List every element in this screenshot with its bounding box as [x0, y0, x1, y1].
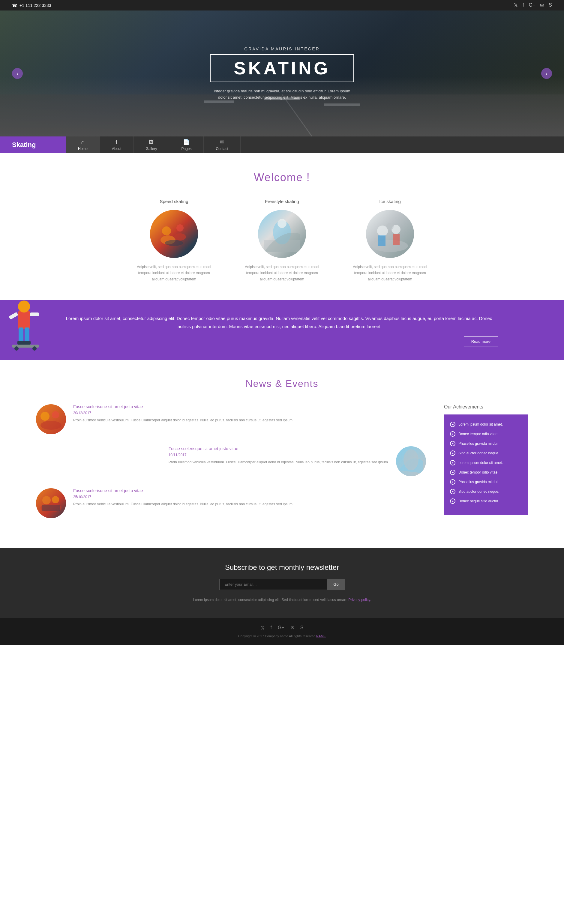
welcome-card-ice: Ice skating Adipisc velit, sed qua non n…: [348, 199, 432, 282]
svg-point-42: [52, 496, 59, 503]
hero-title-box: SKATING: [210, 54, 354, 82]
email-icon[interactable]: ✉: [540, 2, 544, 8]
skater-figure: [0, 300, 51, 360]
svg-rect-20: [378, 236, 386, 246]
achievement-item-4: ✦ Sitid auctor donec neque.: [450, 450, 522, 456]
footer-facebook-icon[interactable]: f: [271, 625, 272, 631]
svg-rect-0: [0, 94, 564, 136]
promo-text-block: Lorem ipsum dolor sit amet, consectetur …: [60, 314, 498, 346]
phone-info: ☎ +1 111 222 3333: [12, 3, 51, 8]
nav-item-about[interactable]: ℹ About: [100, 136, 134, 153]
achievement-icon-7: ✦: [450, 479, 455, 484]
subscribe-button[interactable]: Go: [327, 579, 344, 590]
news-content-2: Fusce scelerisque sit amet justo vitae 1…: [169, 446, 389, 465]
news-text-1: Proin euismod vehicula vestibulum. Fusce…: [73, 417, 293, 423]
nav-item-pages[interactable]: 📄 Pages: [169, 136, 204, 153]
news-content-3: Fusce scelerisque sit amet justo vitae 2…: [73, 488, 293, 507]
svg-point-17: [377, 225, 388, 236]
nav-item-gallery[interactable]: 🖼 Gallery: [134, 136, 169, 153]
ice-card-title: Ice skating: [379, 199, 401, 204]
achievement-icon-2: ✦: [450, 431, 455, 436]
footer-company-link[interactable]: NAME: [316, 634, 326, 638]
svg-point-38: [404, 449, 418, 470]
news-img-svg-2: [396, 446, 426, 476]
achievement-text-2: Donec tempor odio vitae.: [458, 432, 498, 436]
svg-point-7: [174, 233, 186, 240]
achievement-text-1: Lorem ipsum dolor sit amet.: [458, 422, 503, 426]
subscribe-description: Lorem ipsum dolor sit amet, consectetur …: [12, 597, 552, 603]
achievements-box: ✦ Lorem ipsum dolor sit amet. ✦ Donec te…: [444, 414, 528, 515]
svg-point-5: [150, 210, 198, 258]
nav-item-home[interactable]: ⌂ Home: [66, 136, 100, 153]
news-title-2[interactable]: Fusce scelerisque sit amet justo vitae: [169, 446, 389, 451]
news-title-1[interactable]: Fusce scelerisque sit amet justo vitae: [73, 404, 293, 409]
news-title-3[interactable]: Fusce scelerisque sit amet justo vitae: [73, 488, 293, 493]
svg-point-32: [32, 346, 37, 351]
read-more-button[interactable]: Read more: [464, 336, 498, 346]
achievement-icon-4: ✦: [450, 450, 455, 456]
skater-svg: [0, 300, 51, 359]
news-text-2: Proin euismod vehicula vestibulum. Fusce…: [169, 459, 389, 465]
phone-icon: ☎: [12, 3, 17, 8]
hero-prev-button[interactable]: ‹: [12, 68, 23, 79]
nav-items: ⌂ Home ℹ About 🖼 Gallery 📄 Pages ✉ Conta…: [66, 136, 564, 153]
footer-twitter-icon[interactable]: 𝕏: [261, 625, 265, 631]
achievement-icon-5: ✦: [450, 460, 455, 465]
nav-label-home: Home: [78, 147, 88, 151]
achievement-item-3: ✦ Phasellus gravida mi dui.: [450, 441, 522, 446]
welcome-card-speed: Speed skating Adipisc velit, sed qua non…: [132, 199, 216, 282]
news-date-2: 10/11/2017: [169, 453, 389, 457]
achievement-item-2: ✦ Donec tempor odio vitae.: [450, 431, 522, 436]
news-section: News & Events Fusce scelerisque sit amet…: [0, 360, 564, 548]
footer-email-icon[interactable]: ✉: [290, 625, 294, 631]
achievement-text-4: Sitid auctor donec neque.: [458, 451, 499, 455]
footer: 𝕏 f G+ ✉ S Copyright © 2017 Company name…: [0, 618, 564, 645]
subscribe-form: Go: [12, 579, 552, 590]
freestyle-image: [258, 210, 306, 258]
achievement-icon-6: ✦: [450, 470, 455, 475]
facebook-icon[interactable]: f: [523, 2, 524, 8]
achievement-item-8: ✦ Sitid auctor donec neque.: [450, 489, 522, 494]
googleplus-icon[interactable]: G+: [529, 2, 536, 8]
hero-description: Integer gravida mauris non mi gravida, a…: [210, 88, 354, 101]
skype-icon[interactable]: S: [549, 2, 552, 8]
achievements-title: Our Achievements: [444, 404, 528, 410]
contact-icon: ✉: [220, 139, 224, 146]
speed-card-title: Speed skating: [160, 199, 188, 204]
svg-rect-22: [18, 311, 30, 329]
welcome-title: Welcome !: [36, 171, 528, 184]
svg-rect-28: [9, 312, 18, 320]
nav-brand[interactable]: Skating: [0, 136, 66, 153]
news-date-1: 20/12/2017: [73, 411, 293, 415]
news-text-3: Proin euismod vehicula vestibulum. Fusce…: [73, 501, 293, 507]
footer-skype-icon[interactable]: S: [300, 625, 304, 631]
privacy-policy-link[interactable]: Privacy policy.: [348, 598, 371, 602]
achievement-icon-1: ✦: [450, 422, 455, 427]
svg-point-35: [40, 412, 50, 421]
nav-label-about: About: [112, 147, 121, 151]
welcome-card-freestyle: Freestyle skating Adipisc velit, sed qua…: [240, 199, 324, 282]
svg-rect-21: [393, 234, 400, 245]
news-title: News & Events: [36, 378, 528, 389]
svg-point-19: [386, 223, 394, 230]
news-layout: Fusce scelerisque sit amet justo vitae 2…: [36, 404, 528, 530]
twitter-icon[interactable]: 𝕏: [514, 2, 518, 8]
achievement-text-5: Lorem ipsum dolor sit amet.: [458, 460, 503, 465]
achievement-text-7: Phasellus gravida mi dui.: [458, 480, 498, 484]
news-date-3: 25/10/2017: [73, 495, 293, 499]
achievement-icon-9: ✦: [450, 498, 455, 504]
svg-rect-43: [42, 505, 60, 511]
nav-item-contact[interactable]: ✉ Contact: [204, 136, 240, 153]
navigation: Skating ⌂ Home ℹ About 🖼 Gallery 📄 Pages…: [0, 136, 564, 153]
freestyle-card-title: Freestyle skating: [265, 199, 299, 204]
svg-rect-29: [30, 312, 39, 316]
news-image-2: [396, 446, 426, 476]
svg-rect-27: [23, 341, 31, 345]
subscribe-email-input[interactable]: [219, 579, 327, 590]
achievement-text-3: Phasellus gravida mi dui.: [458, 441, 498, 446]
news-image-1: [36, 404, 66, 434]
home-icon: ⌂: [81, 139, 85, 146]
info-icon: ℹ: [116, 139, 118, 146]
hero-next-button[interactable]: ›: [541, 68, 552, 79]
footer-googleplus-icon[interactable]: G+: [278, 625, 284, 631]
